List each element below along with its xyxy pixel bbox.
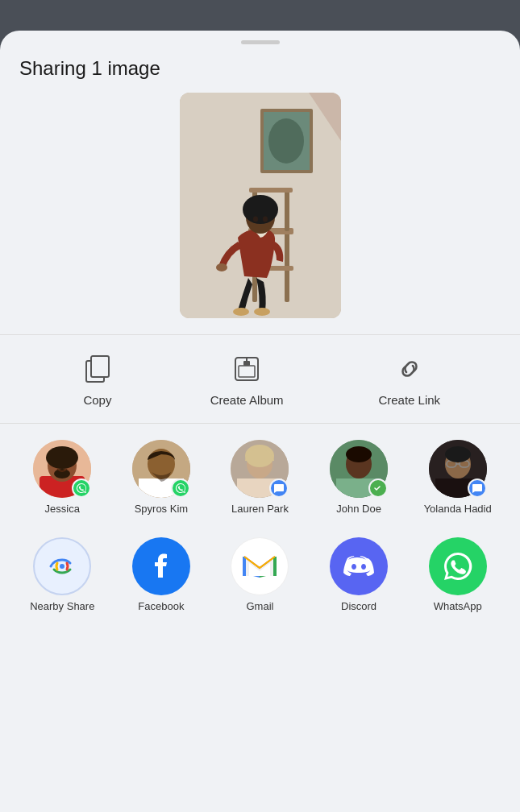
svg-rect-25 (243, 361, 250, 366)
app-whatsapp[interactable]: WhatsApp (414, 537, 501, 612)
app-discord[interactable]: Discord (315, 537, 402, 612)
image-preview-container (0, 93, 520, 334)
copy-action[interactable]: Copy (80, 351, 115, 407)
create-link-action[interactable]: Create Link (378, 351, 440, 407)
gmail-icon (231, 537, 289, 595)
create-link-label: Create Link (378, 393, 440, 407)
spyros-badge (171, 478, 190, 498)
jessica-badge (72, 478, 91, 498)
nearby-share-icon (33, 537, 91, 595)
actions-row: Copy Create Album Create Link (0, 335, 520, 423)
create-link-icon (392, 351, 427, 387)
whatsapp-icon (429, 537, 487, 595)
jessica-name: Jessica (45, 503, 80, 516)
svg-point-49 (445, 446, 471, 462)
yolanda-name: Yolanda Hadid (424, 503, 492, 516)
drag-handle[interactable] (241, 40, 280, 44)
drag-handle-row (0, 31, 520, 51)
svg-rect-21 (91, 356, 109, 377)
svg-point-12 (233, 308, 249, 316)
copy-label: Copy (83, 393, 111, 407)
discord-label: Discord (341, 600, 376, 612)
app-facebook[interactable]: Facebook (118, 537, 205, 612)
app-nearby-share[interactable]: Nearby Share (19, 537, 106, 612)
svg-point-13 (254, 308, 270, 316)
yolanda-badge (468, 478, 487, 498)
svg-point-29 (46, 446, 78, 469)
contact-jessica[interactable]: Jessica (19, 440, 106, 516)
johndoe-avatar-wrapper (330, 440, 388, 498)
gmail-label: Gmail (247, 600, 274, 612)
contacts-row: Jessica (0, 424, 520, 524)
nearby-share-label: Nearby Share (30, 600, 94, 612)
johndoe-badge (368, 478, 388, 498)
jessica-avatar-wrapper (33, 440, 91, 498)
contact-yolanda[interactable]: Yolanda Hadid (414, 440, 501, 516)
contact-johndoe[interactable]: John Doe (315, 440, 402, 516)
lauren-avatar-wrapper (231, 440, 289, 498)
svg-point-50 (60, 564, 64, 569)
svg-point-14 (216, 263, 227, 271)
johndoe-name: John Doe (336, 503, 381, 516)
svg-rect-23 (239, 366, 255, 377)
facebook-label: Facebook (138, 600, 184, 612)
svg-point-30 (54, 469, 70, 478)
svg-point-16 (243, 195, 278, 224)
create-album-label: Create Album (210, 393, 284, 407)
create-album-icon (229, 351, 264, 387)
create-album-action[interactable]: Create Album (210, 351, 284, 407)
svg-point-41 (346, 446, 372, 462)
yolanda-avatar-wrapper (429, 440, 487, 498)
svg-rect-11 (249, 188, 293, 193)
apps-row: Nearby Share Facebook (0, 524, 520, 620)
lauren-name: Lauren Park (231, 503, 289, 516)
svg-point-4 (268, 118, 304, 164)
discord-icon (330, 537, 388, 595)
svg-point-18 (263, 217, 268, 222)
copy-icon (80, 351, 115, 387)
app-gmail[interactable]: Gmail (216, 537, 303, 612)
facebook-icon (132, 537, 190, 595)
svg-rect-10 (285, 189, 289, 231)
contact-spyros[interactable]: Spyros Kim (118, 440, 205, 516)
spyros-avatar-wrapper (132, 440, 190, 498)
spyros-name: Spyros Kim (135, 503, 188, 516)
svg-point-17 (253, 217, 258, 222)
share-sheet: Sharing 1 image (0, 31, 520, 812)
lauren-badge (269, 478, 289, 498)
shared-image (180, 93, 341, 318)
contact-lauren[interactable]: Lauren Park (216, 440, 303, 516)
sheet-title: Sharing 1 image (0, 51, 520, 93)
whatsapp-label: WhatsApp (434, 600, 482, 612)
